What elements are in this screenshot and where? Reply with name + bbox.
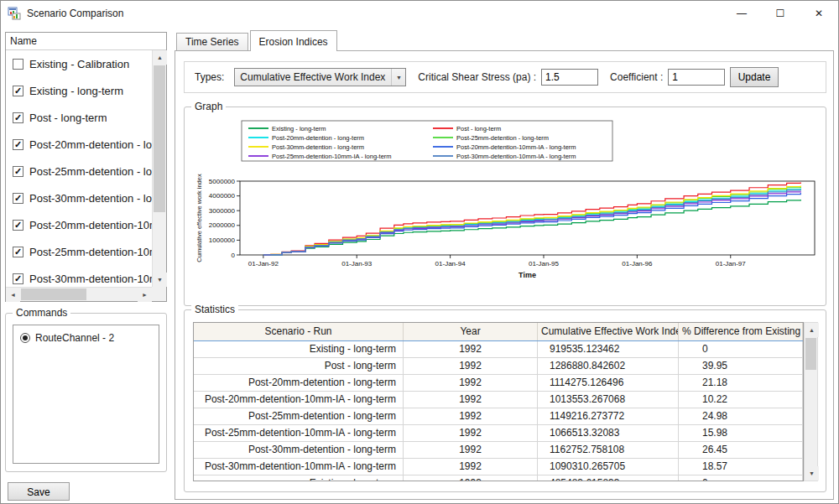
statistics-groupbox: Statistics Scenario - RunYearCumulative … [184, 309, 826, 492]
stats-column-header[interactable]: % Difference from Existing [679, 323, 803, 340]
stats-row[interactable]: Existing - long-term1992919535.1234620 [194, 341, 803, 358]
statistics-table-header: Scenario - RunYearCumulative Effective W… [194, 323, 803, 341]
svg-text:Time: Time [519, 271, 536, 279]
scenario-checkbox[interactable]: ✓ [13, 86, 23, 96]
scenario-checkbox[interactable]: ✓ [13, 166, 23, 177]
stats-row[interactable]: Post-20mm-detention-10mm-IA - long-term1… [194, 392, 803, 408]
scenario-comparison-window: Scenario Comparison — ☐ ✕ Name Existing … [0, 0, 839, 504]
svg-text:Post-30mm-detention - long-ter: Post-30mm-detention - long-term [272, 143, 364, 151]
scenario-list-item[interactable]: ✓Post-30mm-detention - long-term [6, 184, 152, 211]
scenario-checkbox[interactable]: ✓ [13, 220, 23, 231]
statistics-table: Scenario - RunYearCumulative Effective W… [193, 322, 804, 481]
stats-row[interactable]: Post-30mm-detention-10mm-IA - long-term1… [194, 459, 803, 475]
scrollbar-thumb[interactable] [21, 288, 86, 300]
scenario-checkbox[interactable]: ✓ [13, 139, 23, 150]
maximize-button[interactable]: ☐ [761, 1, 800, 26]
tab-time-series[interactable]: Time Series [176, 33, 248, 51]
critical-shear-input[interactable] [541, 69, 598, 86]
stats-row[interactable]: Existing - long-term1993485483.6158330 [194, 475, 803, 481]
svg-text:0: 0 [232, 252, 236, 259]
svg-text:01-Jan-92: 01-Jan-92 [248, 260, 279, 268]
scenario-checkbox[interactable]: ✓ [13, 247, 23, 257]
scenario-checkbox[interactable]: ✓ [13, 193, 23, 204]
scenario-checkbox[interactable]: ✓ [13, 112, 23, 123]
scenario-list-item[interactable]: Existing - Calibration [6, 50, 152, 77]
tab-erosion-indices[interactable]: Erosion Indices [250, 30, 337, 51]
stats-cell: 919535.123462 [538, 341, 679, 358]
stats-cell: 1066513.32083 [538, 425, 679, 442]
scroll-left-icon[interactable]: ◄ [6, 288, 20, 302]
stats-cell: Existing - long-term [194, 475, 404, 481]
svg-text:01-Jan-93: 01-Jan-93 [341, 260, 373, 268]
statistics-table-body: Existing - long-term1992919535.1234620Po… [194, 341, 803, 481]
scenario-checkbox[interactable] [13, 59, 23, 70]
scenario-list-item[interactable]: ✓Post - long-term [6, 104, 152, 131]
svg-text:Cumulative effective work inde: Cumulative effective work index [195, 174, 203, 262]
command-option[interactable]: RouteChannel - 2 [13, 325, 159, 344]
tab-strip: Time Series Erosion Indices [176, 30, 339, 51]
svg-text:01-Jan-97: 01-Jan-97 [716, 260, 747, 268]
scenario-label: Post-25mm-detention - long-term [29, 165, 152, 178]
commands-title: Commands [13, 307, 70, 319]
scroll-down-icon[interactable]: ▼ [153, 273, 167, 287]
svg-text:01-Jan-96: 01-Jan-96 [622, 260, 653, 268]
stats-row[interactable]: Post-25mm-detention-10mm-IA - long-term1… [194, 425, 803, 442]
scenario-list-item[interactable]: ✓Post-25mm-detention-10mm-IA - long-term [6, 238, 152, 265]
svg-text:Post-20mm-detention - long-ter: Post-20mm-detention - long-term [272, 134, 364, 142]
coefficient-label: Coefficient : [610, 71, 663, 83]
stats-row[interactable]: Post-30mm-detention - long-term199211627… [194, 442, 803, 459]
scrollbar-thumb[interactable] [805, 338, 816, 370]
stats-cell: 1992 [404, 341, 538, 358]
types-combobox[interactable]: Cumulative Effective Work Index ▼ [234, 68, 406, 86]
svg-text:Post-25mm-detention-10mm-IA -: Post-25mm-detention-10mm-IA - long-term [272, 153, 392, 160]
stats-cell: 26.45 [679, 442, 803, 459]
stats-cell: 1162752.758108 [538, 442, 679, 459]
coefficient-input[interactable] [668, 69, 725, 86]
update-button[interactable]: Update [730, 67, 779, 87]
stats-column-header[interactable]: Scenario - Run [194, 323, 404, 340]
name-column-header[interactable]: Name [6, 33, 166, 50]
scroll-right-icon[interactable]: ► [138, 288, 152, 302]
scenario-list-item[interactable]: ✓Existing - long-term [6, 77, 152, 104]
scrollbar-thumb[interactable] [154, 65, 165, 212]
scenario-list-horizontal-scrollbar[interactable]: ◄ ► [6, 287, 152, 301]
stats-cell: 1114275.126496 [538, 375, 679, 392]
chevron-down-icon[interactable]: ▼ [391, 69, 405, 86]
radio-button[interactable] [20, 333, 30, 343]
save-button[interactable]: Save [8, 482, 70, 501]
scroll-up-icon[interactable]: ▲ [153, 50, 167, 65]
stats-row[interactable]: Post-20mm-detention - long-term199211142… [194, 375, 803, 392]
close-button[interactable]: ✕ [800, 1, 838, 26]
stats-cell: Post-30mm-detention-10mm-IA - long-term [194, 459, 404, 475]
scenario-list-vertical-scrollbar[interactable]: ▲ ▼ [152, 50, 166, 287]
stats-cell: 1992 [404, 425, 538, 442]
stats-row[interactable]: Post-25mm-detention - long-term199211492… [194, 408, 803, 425]
stats-row[interactable]: Post - long-term19921286880.84260239.95 [194, 358, 803, 375]
scroll-up-icon[interactable]: ▲ [805, 323, 819, 337]
statistics-vertical-scrollbar[interactable]: ▲ ▼ [804, 322, 818, 481]
stats-cell: 1992 [404, 392, 538, 408]
scenario-checkbox[interactable]: ✓ [13, 273, 23, 284]
scenario-list-item[interactable]: ✓Post-25mm-detention - long-term [6, 158, 152, 184]
scroll-down-icon[interactable]: ▼ [805, 466, 819, 481]
stats-column-header[interactable]: Year [404, 323, 538, 340]
stats-cell: 1992 [404, 358, 538, 375]
stats-cell: 0 [679, 475, 803, 481]
scenario-list-item[interactable]: ✓Post-30mm-detention-10mm-IA - long-term [6, 265, 152, 287]
scenario-list-item[interactable]: ✓Post-20mm-detention-10mm-IA - long-term [6, 211, 152, 238]
critical-shear-label: Critical Shear Stress (pa) : [418, 71, 536, 83]
svg-text:1000000: 1000000 [209, 236, 236, 244]
command-label: RouteChannel - 2 [35, 332, 114, 344]
stats-cell: 1013553.267068 [538, 392, 679, 408]
scrollbar-corner [152, 287, 166, 301]
stats-column-header[interactable]: Cumulative Effective Work Index [538, 323, 679, 340]
commands-groupbox: Commands RouteChannel - 2 [5, 313, 167, 472]
stats-cell: Existing - long-term [194, 341, 404, 358]
minimize-button[interactable]: — [722, 1, 761, 26]
scenario-list-item[interactable]: ✓Post-20mm-detention - long-term [6, 131, 152, 158]
scenario-label: Post-20mm-detention - long-term [29, 138, 152, 151]
svg-text:3000000: 3000000 [209, 207, 236, 215]
scenario-list-panel: Name Existing - Calibration✓Existing - l… [5, 32, 167, 302]
svg-text:5000000: 5000000 [209, 178, 236, 185]
scenario-label: Post-25mm-detention-10mm-IA - long-term [29, 246, 152, 258]
